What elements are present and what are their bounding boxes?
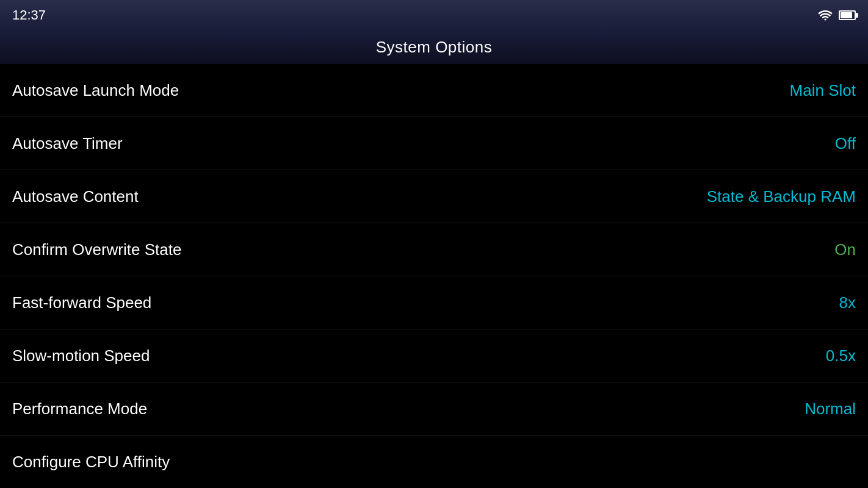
- wifi-icon: [818, 10, 833, 21]
- settings-item-confirm-overwrite-state[interactable]: Confirm Overwrite StateOn: [0, 223, 868, 276]
- settings-label-slow-motion-speed: Slow-motion Speed: [12, 346, 150, 365]
- battery-icon: [839, 10, 856, 20]
- settings-value-fast-forward-speed: 8x: [839, 293, 856, 312]
- settings-label-confirm-overwrite-state: Confirm Overwrite State: [12, 240, 181, 259]
- settings-label-configure-cpu-affinity: Configure CPU Affinity: [12, 453, 170, 472]
- settings-item-autosave-launch-mode[interactable]: Autosave Launch ModeMain Slot: [0, 64, 868, 117]
- settings-label-autosave-timer: Autosave Timer: [12, 134, 123, 153]
- settings-value-autosave-timer: Off: [835, 134, 856, 153]
- settings-list: Autosave Launch ModeMain SlotAutosave Ti…: [0, 64, 868, 488]
- settings-label-fast-forward-speed: Fast-forward Speed: [12, 293, 151, 312]
- settings-value-autosave-launch-mode: Main Slot: [790, 81, 856, 100]
- settings-item-configure-cpu-affinity[interactable]: Configure CPU Affinity: [0, 436, 868, 488]
- settings-value-performance-mode: Normal: [805, 400, 856, 418]
- settings-item-performance-mode[interactable]: Performance ModeNormal: [0, 382, 868, 436]
- settings-label-autosave-content: Autosave Content: [12, 187, 139, 206]
- settings-value-slow-motion-speed: 0.5x: [826, 346, 856, 365]
- settings-item-autosave-content[interactable]: Autosave ContentState & Backup RAM: [0, 170, 868, 223]
- settings-value-confirm-overwrite-state: On: [834, 240, 856, 259]
- title-bar: System Options: [0, 30, 868, 64]
- status-time: 12:37: [12, 7, 46, 23]
- status-bar: 12:37: [0, 0, 868, 30]
- settings-item-slow-motion-speed[interactable]: Slow-motion Speed0.5x: [0, 329, 868, 382]
- settings-value-autosave-content: State & Backup RAM: [707, 187, 856, 206]
- settings-item-autosave-timer[interactable]: Autosave TimerOff: [0, 117, 868, 170]
- settings-label-autosave-launch-mode: Autosave Launch Mode: [12, 81, 179, 100]
- status-icons: [818, 10, 856, 21]
- settings-label-performance-mode: Performance Mode: [12, 400, 147, 418]
- settings-item-fast-forward-speed[interactable]: Fast-forward Speed8x: [0, 276, 868, 329]
- page-title: System Options: [376, 38, 493, 57]
